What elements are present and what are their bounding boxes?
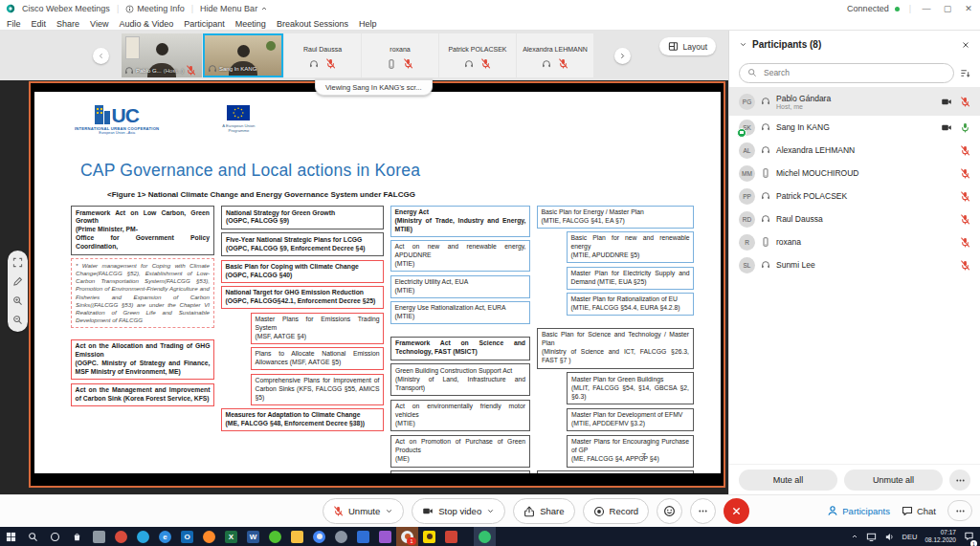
outlook[interactable]: O: [176, 527, 198, 546]
figure-box-line: (Ministry of Science and ICT, FALCGG §26…: [542, 348, 689, 365]
participant-row[interactable]: RDRaul Daussa: [729, 207, 980, 230]
video-thumbnail[interactable]: Sang In KANG: [203, 33, 283, 77]
participant-row[interactable]: ALAlexandra LEHMANN: [729, 139, 980, 162]
participant-row[interactable]: PPPatrick POLACSEK: [729, 185, 980, 207]
participant-row[interactable]: MMMichel MOUCHIROUD: [729, 162, 980, 185]
close-button[interactable]: ✕: [963, 4, 974, 13]
microsoft-store[interactable]: [66, 527, 88, 546]
video-thumbnail[interactable]: Alexandra LEHMANN: [517, 33, 593, 77]
minimize-button[interactable]: —: [921, 4, 932, 13]
paint-3d[interactable]: [374, 527, 396, 546]
leave-meeting-button[interactable]: [724, 498, 749, 524]
excel[interactable]: X: [220, 527, 242, 546]
participant-row[interactable]: SLSunmi Lee: [729, 253, 980, 276]
close-panel-icon[interactable]: [961, 40, 970, 50]
fit-screen-icon[interactable]: [12, 257, 23, 268]
photos[interactable]: [330, 527, 352, 546]
record-button[interactable]: Record: [583, 498, 650, 524]
figure-box-line: (OGPC, FALCGG §9, Enforcement Decree §4): [226, 245, 379, 253]
participants-list: PGPablo GándaraHost, meSKSang In KANGALA…: [729, 87, 980, 464]
keyboard-layout[interactable]: DEU: [902, 533, 918, 541]
word[interactable]: W: [242, 527, 264, 546]
menu-view[interactable]: View: [90, 19, 108, 29]
menu-edit[interactable]: Edit: [32, 19, 47, 29]
menu-file[interactable]: File: [7, 19, 21, 29]
menu-participant[interactable]: Participant: [184, 19, 225, 29]
more-options-button[interactable]: [690, 498, 716, 524]
layout-button[interactable]: Layout: [659, 37, 716, 55]
figure-column-4: Basic Plan for Energy / Master Plan(MTIE…: [537, 206, 694, 473]
app-red-ball[interactable]: [110, 527, 132, 546]
participant-row[interactable]: SKSang In KANG: [729, 116, 980, 139]
search-button[interactable]: [22, 527, 44, 546]
reactions-button[interactable]: [657, 498, 682, 524]
connection-status: Connected: [847, 4, 900, 13]
avatar: PG: [739, 94, 755, 110]
mic-muted-icon: [960, 191, 970, 202]
hide-menu-bar-button[interactable]: Hide Menu Bar: [200, 4, 268, 13]
mute-all-button[interactable]: Mute all: [739, 470, 837, 491]
chrome-dot: [317, 534, 323, 539]
filmstrip-prev-button[interactable]: [93, 48, 109, 64]
firefox[interactable]: [198, 527, 220, 546]
annotate-icon[interactable]: [12, 276, 23, 287]
webex-meetings[interactable]: 1: [396, 527, 418, 546]
participants-toggle[interactable]: Participants: [827, 505, 890, 516]
hidden-icons-chevron-icon[interactable]: [851, 533, 858, 540]
taskbar-clock[interactable]: 07:17 08.12.2020: [924, 529, 956, 544]
panel-more-button[interactable]: [947, 500, 972, 521]
stop-video-button[interactable]: Stop video: [412, 498, 505, 524]
webex-teams[interactable]: [474, 527, 496, 546]
chevron-down-icon[interactable]: [739, 40, 747, 49]
video-thumbnail[interactable]: Patrick POLACSEK: [439, 33, 516, 77]
chat-toggle[interactable]: Chat: [902, 505, 936, 516]
participant-row[interactable]: Rroxana: [729, 230, 980, 253]
avatar: R: [739, 234, 755, 251]
meeting-info-button[interactable]: Meeting Info: [125, 4, 185, 13]
menu-share[interactable]: Share: [56, 19, 79, 29]
video-thumbnail[interactable]: Raul Daussa: [284, 33, 361, 77]
figure-box: Basic Plan for Science and Technology / …: [537, 328, 694, 369]
cortana-button[interactable]: [44, 527, 66, 546]
start-button[interactable]: [0, 527, 22, 546]
zoom-in-icon[interactable]: [12, 295, 23, 306]
participant-name: Pablo Gándara: [776, 94, 831, 103]
network-icon[interactable]: [866, 532, 877, 542]
file-explorer[interactable]: [286, 527, 308, 546]
figure-box-line: Basic Plan for Coping with Climate Chang…: [226, 263, 380, 272]
video-thumbnail[interactable]: roxana: [362, 33, 438, 77]
search-input[interactable]: [762, 67, 946, 78]
menu-help[interactable]: Help: [359, 19, 377, 29]
figure-box-line: Basic Plan for new and renewable energy: [571, 234, 690, 251]
cisco-jabber[interactable]: [132, 527, 154, 546]
figure-box: Framework Act on Science and Technology,…: [390, 337, 530, 360]
share-button[interactable]: Share: [513, 498, 574, 524]
menu-breakout-sessions[interactable]: Breakout Sessions: [277, 19, 348, 29]
unmute-all-button[interactable]: Unmute all: [844, 470, 943, 491]
panel-options-button[interactable]: [949, 470, 970, 491]
volume-icon[interactable]: [884, 532, 895, 542]
unmute-button[interactable]: Unmute: [323, 498, 404, 524]
sort-icon[interactable]: [960, 68, 970, 78]
microsoft-edge[interactable]: e: [154, 527, 176, 546]
chat-icon: [902, 505, 913, 516]
app-gray[interactable]: [88, 527, 110, 546]
action-center-button[interactable]: 1: [964, 528, 974, 545]
headset-icon: [124, 66, 134, 76]
app-red[interactable]: [440, 527, 462, 546]
zoom-out-icon[interactable]: [12, 315, 23, 325]
figure-box: Basic Plan for Energy / Master Plan(MTIE…: [537, 206, 694, 229]
video-thumbnail[interactable]: Pablo G...(Host...): [122, 33, 202, 77]
chrome[interactable]: [308, 527, 330, 546]
kakaotalk[interactable]: [418, 527, 440, 546]
menu-audio-video[interactable]: Audio & Video: [119, 19, 173, 29]
figure-box: National Target for GHG Emission Reducti…: [221, 286, 384, 309]
people[interactable]: [352, 527, 374, 546]
filmstrip-next-button[interactable]: [614, 48, 631, 64]
participant-row[interactable]: PGPablo GándaraHost, me: [729, 87, 980, 116]
phone-icon: [761, 237, 770, 247]
wechat[interactable]: [264, 527, 286, 546]
maximize-button[interactable]: ▢: [942, 4, 953, 13]
participant-search[interactable]: [739, 63, 954, 83]
menu-meeting[interactable]: Meeting: [235, 19, 266, 29]
